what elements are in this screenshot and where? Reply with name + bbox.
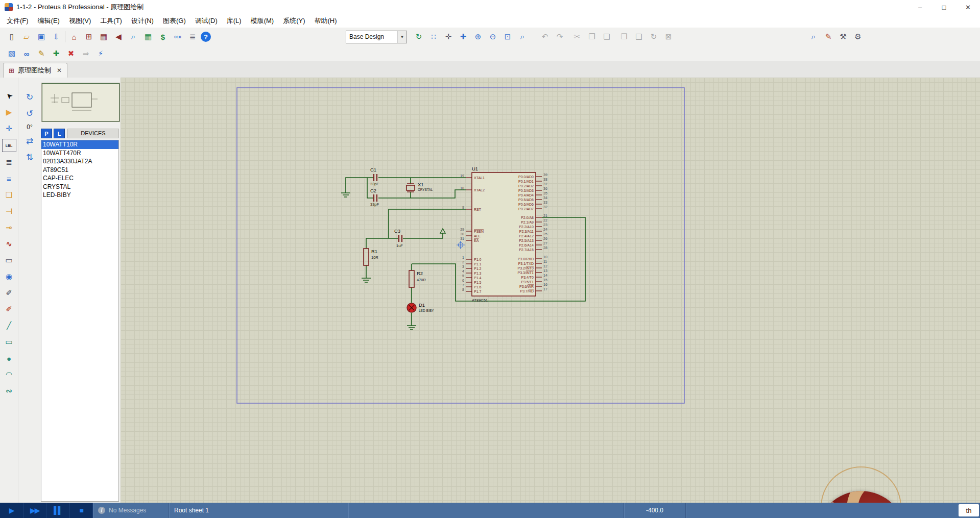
tape-recorder-button[interactable]: ▭ — [3, 254, 16, 266]
menu-item[interactable]: 文件(F) — [2, 14, 33, 28]
path-2d-button[interactable]: ∾ — [3, 385, 16, 397]
capacitor-c3[interactable] — [399, 235, 402, 242]
simulation-log-button[interactable]: 010 — [171, 30, 184, 43]
gerber-viewer-button[interactable]: ⌕ — [127, 30, 140, 43]
zoom-extents-button[interactable]: ⌕ — [516, 30, 529, 43]
device-list-item[interactable]: 02013A330JAT2A — [41, 157, 118, 166]
component-ref-d1[interactable]: D1 — [419, 302, 425, 308]
junction-dot-button[interactable]: ✛ — [3, 122, 16, 135]
wires[interactable] — [346, 178, 585, 326]
crystal-x1[interactable] — [407, 184, 415, 192]
component-mode-button[interactable]: ▶ — [3, 106, 16, 118]
component-ref-c1[interactable]: C1 — [370, 167, 376, 172]
undo-button[interactable]: ↶ — [538, 30, 552, 43]
component-value-c1[interactable]: 33pF — [370, 182, 379, 186]
design-notes-button[interactable]: ≣ — [186, 30, 199, 43]
component-value-c3[interactable]: 1uF — [396, 243, 403, 248]
device-list-item[interactable]: CAP-ELEC — [41, 174, 118, 183]
block-copy-button[interactable]: ❒ — [617, 30, 631, 43]
schematic-preview[interactable] — [42, 83, 119, 121]
grid-toggle-button[interactable]: ∷ — [427, 30, 440, 43]
component-value-r2[interactable]: 470R — [417, 278, 426, 282]
tab-schematic[interactable]: ⊞ 原理图绘制 ✕ — [3, 63, 67, 78]
device-list-item[interactable]: LED-BIBY — [41, 191, 118, 200]
zoom-in-button[interactable]: ⊕ — [471, 30, 485, 43]
rotate-clockwise-button[interactable]: ↻ — [23, 91, 36, 103]
led-d1[interactable] — [407, 303, 416, 312]
component-part-u1[interactable]: AT89C51 — [472, 298, 488, 303]
menu-item[interactable]: 帮助(H) — [310, 14, 342, 28]
zoom-out-button[interactable]: ⊖ — [486, 30, 499, 43]
generator-mode-button[interactable]: ◉ — [3, 270, 16, 283]
3d-viewer-button[interactable]: ◀ — [112, 30, 125, 43]
pcb-layout-button[interactable]: ▦ — [97, 30, 110, 43]
import-project-button[interactable]: ⇩ — [50, 30, 63, 43]
menu-item[interactable]: 库(L) — [222, 14, 246, 28]
maximize-button[interactable]: □ — [932, 0, 956, 14]
component-value-d1[interactable]: LED-BIBY — [419, 309, 434, 312]
pan-button[interactable]: ✚ — [457, 30, 470, 43]
power-terminal[interactable] — [440, 229, 445, 233]
tab-close-icon[interactable]: ✕ — [57, 67, 62, 74]
component-ref-x1[interactable]: X1 — [418, 182, 424, 187]
capacitor-c1[interactable] — [374, 174, 377, 181]
electrical-rule-check-button[interactable]: ⚡ — [94, 47, 107, 60]
component-value-r1[interactable]: 10R — [371, 255, 378, 260]
rotate-anticlockwise-button[interactable]: ↺ — [23, 107, 36, 119]
component-ref-u1[interactable]: U1 — [472, 166, 478, 171]
text-script-button[interactable]: ≣ — [3, 156, 16, 168]
message-status[interactable]: i No Messages — [93, 503, 169, 518]
device-pin-button[interactable]: ⊸ — [3, 221, 16, 234]
redo-button[interactable]: ↷ — [553, 30, 566, 43]
device-list[interactable]: 10WATT10R10WATT470R02013A330JAT2AAT89C51… — [41, 140, 119, 502]
mirror-horizontal-button[interactable]: ⇄ — [23, 135, 36, 147]
terminal-mode-button[interactable]: ⊣ — [3, 205, 16, 217]
zoom-area-button[interactable]: ⊡ — [501, 30, 514, 43]
redraw-button[interactable]: ↻ — [412, 30, 425, 43]
component-ref-r1[interactable]: R1 — [371, 249, 377, 254]
schematic-canvas[interactable]: 19XTAL118XTAL29RST29PSEN30ALE31EA1P1.02P… — [121, 78, 980, 503]
packaging-tool-button[interactable]: ⚒ — [836, 30, 850, 43]
block-delete-button[interactable]: ⊠ — [662, 30, 675, 43]
mirror-vertical-button[interactable]: ⇅ — [23, 151, 36, 163]
play-button[interactable]: ▶ — [0, 503, 23, 518]
design-selector[interactable]: Base Design ▼ — [346, 31, 407, 43]
cut-button[interactable]: ✂ — [570, 30, 584, 43]
menu-item[interactable]: 调试(D) — [190, 14, 222, 28]
design-explorer-button[interactable]: ▦ — [141, 30, 155, 43]
pick-parts-button[interactable]: ⌕ — [807, 30, 820, 43]
search-tag-button[interactable]: ∞ — [20, 47, 33, 60]
remove-sheet-button[interactable]: ✖ — [64, 47, 78, 60]
component-value-x1[interactable]: CRYSTAL — [418, 188, 433, 191]
ground-symbols[interactable] — [341, 193, 416, 330]
open-project-button[interactable]: ▱ — [20, 30, 33, 43]
menu-item[interactable]: 设计(N) — [127, 14, 158, 28]
close-button[interactable]: ✕ — [956, 0, 980, 14]
chevron-down-icon[interactable]: ▼ — [397, 31, 407, 43]
graph-mode-button[interactable]: ∿ — [3, 238, 16, 250]
current-probe-button[interactable]: ✐ — [3, 303, 16, 315]
component-ref-c3[interactable]: C3 — [394, 228, 400, 234]
bom-button[interactable]: $ — [156, 30, 170, 43]
resistor-r1[interactable] — [364, 249, 369, 265]
line-2d-button[interactable]: ╱ — [3, 319, 16, 332]
menu-item[interactable]: 图表(G) — [158, 14, 190, 28]
subcircuit-button[interactable]: ❏ — [3, 189, 16, 201]
new-sheet-button[interactable]: ✚ — [50, 47, 63, 60]
menu-item[interactable]: 视图(V) — [64, 14, 95, 28]
circle-2d-button[interactable]: ● — [3, 352, 16, 364]
origin-button[interactable]: ✛ — [442, 30, 455, 43]
arc-2d-button[interactable]: ◠ — [3, 368, 16, 381]
voltage-probe-button[interactable]: ✐ — [3, 287, 16, 299]
home-page-button[interactable]: ⌂ — [67, 30, 81, 43]
library-manager-button[interactable]: L — [54, 129, 65, 138]
wire-label-button[interactable]: LBL — [2, 139, 16, 152]
rotation-angle-field[interactable]: 0° — [27, 124, 32, 131]
new-project-button[interactable]: ▯ — [5, 30, 18, 43]
bus-mode-button[interactable]: ≡ — [3, 172, 16, 185]
decompose-button[interactable]: ⚙ — [851, 30, 865, 43]
save-project-button[interactable]: ▣ — [35, 30, 48, 43]
make-device-button[interactable]: ✎ — [822, 30, 835, 43]
resistor-r2[interactable] — [409, 270, 414, 287]
wire-autorouter-button[interactable]: ▧ — [5, 47, 18, 60]
